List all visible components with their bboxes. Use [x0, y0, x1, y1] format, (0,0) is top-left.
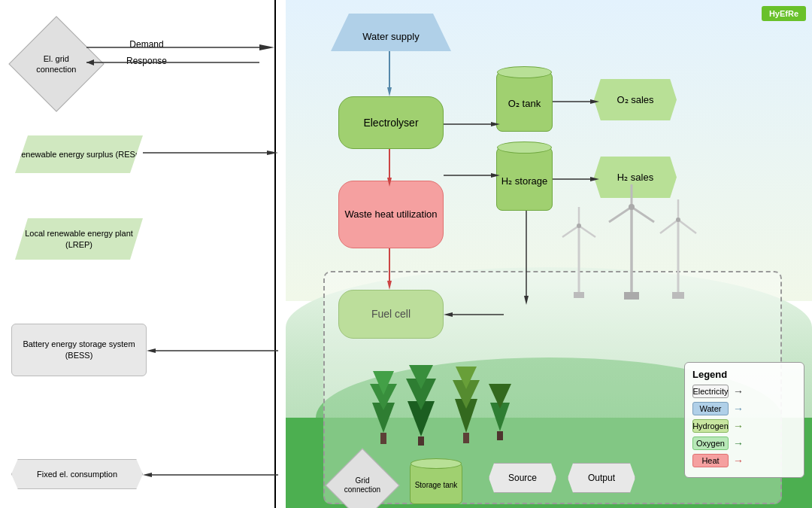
h2storage-to-h2sales-arrow [553, 177, 599, 181]
legend-electricity: Electricity → [692, 385, 796, 398]
svg-marker-36 [86, 59, 94, 65]
svg-marker-52 [590, 99, 599, 104]
water-supply-shape: Water supply [331, 14, 451, 51]
legend-electricity-arrow: → [733, 385, 744, 397]
water-supply-label: Water supply [362, 31, 419, 42]
water-to-electrolyser-arrow [387, 51, 392, 96]
legend-box: Legend Electricity → Water → Hydrogen → … [684, 362, 804, 478]
svg-marker-44 [387, 87, 392, 96]
source-label: Source [508, 473, 537, 483]
svg-rect-21 [380, 433, 386, 444]
svg-line-8 [609, 207, 632, 222]
waste-heat-shape: Waste heat utilization [338, 181, 444, 248]
renewable-energy-shape: Renewable energy surplus (RESu) [15, 135, 143, 173]
svg-line-3 [579, 226, 595, 237]
fixed-el-shape: Fixed el. consumption [11, 459, 143, 489]
electrolyser-shape: Electrolyser [338, 96, 444, 149]
legend-hydrogen-arrow: → [733, 420, 744, 432]
renewable-arrow [143, 151, 278, 155]
waste-to-fuelcell-arrow [387, 248, 392, 290]
h2storage-to-fuelcell-arrow [524, 211, 529, 305]
svg-marker-42 [143, 473, 152, 477]
o2-sales-shape: O₂ sales [594, 79, 677, 120]
legend-oxygen-box: Oxygen [692, 437, 729, 450]
h2-storage-shape: H₂ storage [496, 147, 553, 211]
electrolyser-to-h2storage-arrow [444, 173, 500, 178]
trees [361, 357, 511, 448]
legend-water-arrow: → [733, 403, 744, 415]
svg-marker-40 [147, 348, 156, 353]
svg-marker-46 [387, 178, 392, 187]
legend-title: Legend [692, 369, 796, 380]
legend-heat: Heat → [692, 454, 796, 467]
grid-connection-bottom-label: Grid connection [337, 476, 388, 494]
svg-marker-60 [444, 312, 453, 317]
svg-line-2 [562, 226, 579, 237]
svg-line-9 [632, 207, 654, 222]
windmill-2 [601, 181, 662, 301]
h2-storage-label: H₂ storage [501, 175, 547, 187]
el-grid-arrows [86, 41, 274, 71]
storage-tank-bottom-label: Storage tank [415, 481, 458, 489]
electrolyser-to-waste-arrow [387, 149, 392, 187]
legend-water-box: Water [692, 402, 729, 415]
legend-oxygen: Oxygen → [692, 437, 796, 450]
local-renewable-label: Local renewable energy plant (LREP) [15, 228, 143, 250]
vertical-divider [274, 0, 276, 508]
windmill-1 [556, 203, 601, 301]
svg-rect-17 [672, 292, 684, 299]
windmill-3 [654, 196, 703, 301]
legend-electricity-box: Electricity [692, 385, 729, 398]
svg-line-14 [660, 220, 678, 233]
svg-rect-5 [574, 292, 584, 298]
svg-rect-32 [497, 431, 503, 440]
legend-hydrogen-box: Hydrogen [692, 419, 729, 433]
electrolyser-to-o2tank-arrow [444, 122, 500, 126]
legend-oxygen-arrow: → [733, 437, 744, 449]
fixed-el-label: Fixed el. consumption [37, 469, 117, 479]
svg-rect-25 [418, 437, 424, 446]
svg-rect-29 [463, 433, 469, 443]
svg-marker-56 [590, 177, 599, 181]
electrolyser-label: Electrolyser [363, 116, 418, 129]
svg-marker-54 [491, 173, 500, 178]
legend-water: Water → [692, 402, 796, 415]
legend-heat-arrow: → [733, 455, 744, 467]
o2-tank-label: O₂ tank [508, 98, 541, 109]
hyefre-badge: HyEfRe [762, 6, 806, 21]
svg-marker-50 [491, 122, 500, 126]
o2-sales-label: O₂ sales [617, 94, 653, 105]
legend-heat-box: Heat [692, 454, 729, 467]
svg-point-4 [577, 224, 581, 228]
legend-hydrogen: Hydrogen → [692, 419, 796, 433]
waste-heat-label: Waste heat utilization [344, 208, 437, 221]
battery-energy-label: Battery energy storage system (BESS) [12, 339, 146, 362]
svg-marker-38 [267, 151, 278, 155]
battery-energy-shape: Battery energy storage system (BESS) [11, 324, 147, 376]
svg-line-15 [678, 220, 696, 233]
svg-marker-48 [387, 281, 392, 290]
el-grid-label: El. grid connection [23, 53, 89, 75]
svg-point-10 [629, 204, 635, 210]
storage-tank-bottom: Storage tank [410, 463, 462, 504]
svg-rect-11 [624, 292, 639, 300]
battery-arrow [147, 348, 278, 353]
renewable-energy-label: Renewable energy surplus (RESu) [15, 149, 142, 160]
output-label: Output [588, 473, 615, 483]
output-shape-bottom: Output [568, 463, 635, 493]
fixed-el-arrow [143, 473, 278, 477]
svg-marker-34 [259, 44, 274, 50]
source-shape-bottom: Source [489, 463, 556, 493]
svg-point-16 [676, 217, 680, 222]
local-renewable-shape: Local renewable energy plant (LREP) [15, 218, 143, 260]
o2-tank-shape: O₂ tank [496, 71, 553, 132]
fuelcell-to-h2storage-arrow [444, 312, 504, 317]
o2tank-to-o2sales-arrow [553, 99, 599, 104]
svg-marker-58 [524, 296, 529, 305]
